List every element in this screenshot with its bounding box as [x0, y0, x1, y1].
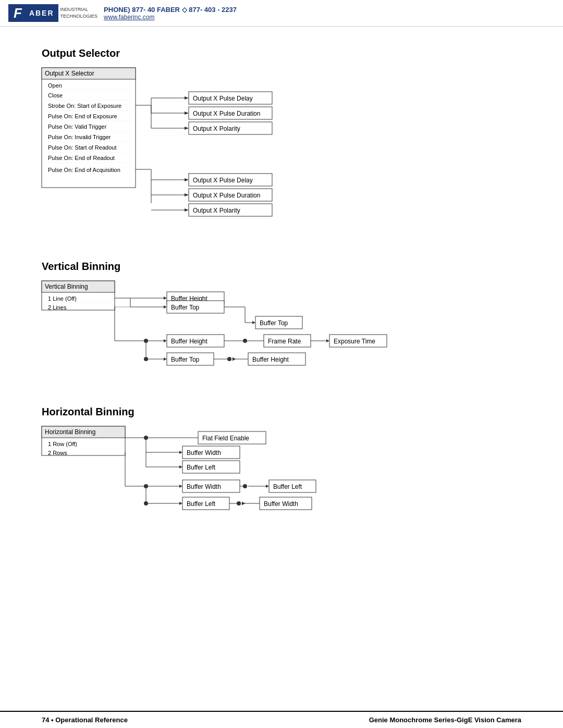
svg-text:Output X Pulse Duration: Output X Pulse Duration: [193, 192, 260, 199]
svg-text:Output X Pulse Delay: Output X Pulse Delay: [193, 95, 253, 102]
svg-point-75: [243, 339, 247, 343]
svg-marker-52: [164, 297, 167, 300]
svg-text:Pulse On: End of Acquisition: Pulse On: End of Acquisition: [48, 167, 120, 173]
page-footer: 74 • Operational Reference Genie Monochr…: [0, 711, 563, 728]
logo-f-icon: F: [9, 5, 26, 21]
logo-aber-text: ABER: [26, 5, 57, 21]
svg-text:Flat Field Enable: Flat Field Enable: [202, 435, 249, 442]
svg-marker-62: [252, 321, 255, 324]
svg-text:Vertical Binning: Vertical Binning: [45, 283, 88, 290]
svg-text:Strobe On: Start of Exposure: Strobe On: Start of Exposure: [48, 103, 121, 109]
main-content: Output Selector Output X Selector Open C…: [0, 27, 563, 567]
svg-marker-121: [179, 485, 182, 488]
header-phone: PHONE) 877- 40 FABER ◇ 877- 403 - 2237: [104, 6, 237, 14]
svg-marker-109: [179, 451, 182, 454]
logo-subtitle: INDUSTRIAL TECHNOLOGIES: [60, 6, 98, 19]
svg-text:Open: Open: [48, 82, 62, 89]
svg-text:Buffer Left: Buffer Left: [273, 483, 302, 490]
svg-text:Output X Pulse Delay: Output X Pulse Delay: [193, 177, 253, 184]
svg-marker-140: [242, 502, 245, 505]
svg-text:1 Line (Off): 1 Line (Off): [48, 295, 77, 302]
svg-marker-93: [232, 357, 236, 361]
svg-text:Pulse On: Invalid Trigger: Pulse On: Invalid Trigger: [48, 134, 111, 140]
svg-text:Buffer Left: Buffer Left: [187, 500, 216, 508]
header-website: www.faberinc.com: [104, 14, 154, 21]
svg-text:2 Rows: 2 Rows: [48, 450, 67, 456]
svg-text:Horizontal Binning: Horizontal Binning: [45, 428, 95, 436]
svg-text:Buffer Width: Buffer Width: [264, 500, 298, 508]
svg-text:Buffer Top: Buffer Top: [171, 356, 200, 363]
header-contact-info: PHONE) 877- 40 FABER ◇ 877- 403 - 2237 w…: [104, 6, 237, 21]
svg-text:Frame Rate: Frame Rate: [268, 338, 301, 345]
svg-marker-113: [179, 465, 182, 468]
svg-text:Output X Pulse Duration: Output X Pulse Duration: [193, 110, 260, 117]
svg-text:Output X Selector: Output X Selector: [45, 70, 94, 77]
svg-marker-56: [164, 305, 167, 309]
svg-text:Exposure Time: Exposure Time: [334, 338, 375, 345]
svg-text:Pulse On: Valid Trigger: Pulse On: Valid Trigger: [48, 124, 107, 130]
output-selector-title: Output Selector: [42, 47, 521, 59]
output-selector-diagram: Output X Selector Open Close Strobe On: …: [42, 68, 521, 245]
horizontal-binning-title: Horizontal Binning: [42, 406, 521, 418]
svg-marker-127: [266, 485, 269, 488]
svg-text:Output X Polarity: Output X Polarity: [193, 207, 240, 214]
svg-marker-133: [179, 502, 182, 505]
svg-text:Pulse On: End of Exposure: Pulse On: End of Exposure: [48, 113, 117, 119]
page-header: F ABER INDUSTRIAL TECHNOLOGIES PHONE) 87…: [0, 0, 563, 27]
svg-text:Buffer Left: Buffer Left: [187, 464, 216, 471]
svg-text:Pulse On: End of Readout: Pulse On: End of Readout: [48, 155, 115, 161]
footer-page-ref: 74 • Operational Reference: [42, 716, 128, 724]
svg-text:Buffer Top: Buffer Top: [260, 319, 288, 327]
svg-text:Output X Polarity: Output X Polarity: [193, 125, 240, 132]
svg-text:Buffer Height: Buffer Height: [171, 338, 207, 345]
output-selector-svg: Output X Selector Open Close Strobe On: …: [42, 68, 511, 240]
svg-text:1 Row (Off): 1 Row (Off): [48, 441, 77, 447]
vertical-binning-diagram: Vertical Binning 1 Line (Off) 2 Lines Bu…: [42, 281, 521, 390]
vertical-binning-title: Vertical Binning: [42, 261, 521, 273]
vertical-binning-svg: Vertical Binning 1 Line (Off) 2 Lines Bu…: [42, 281, 511, 382]
svg-marker-86: [164, 357, 167, 361]
svg-text:Buffer Height: Buffer Height: [252, 356, 289, 363]
horizontal-binning-diagram: Horizontal Binning 1 Row (Off) 2 Rows Fl…: [42, 426, 521, 530]
svg-text:Pulse On: Start of Readout: Pulse On: Start of Readout: [48, 144, 116, 151]
svg-text:Buffer Top: Buffer Top: [171, 304, 200, 311]
svg-text:2 Lines: 2 Lines: [48, 304, 67, 311]
svg-text:Buffer Width: Buffer Width: [187, 483, 221, 490]
horizontal-binning-svg: Horizontal Binning 1 Row (Off) 2 Rows Fl…: [42, 426, 511, 523]
svg-text:Buffer Width: Buffer Width: [187, 449, 221, 456]
svg-marker-70: [164, 339, 167, 342]
svg-marker-80: [326, 339, 329, 342]
footer-product-name: Genie Monochrome Series-GigE Vision Came…: [369, 716, 521, 724]
svg-text:Close: Close: [48, 92, 63, 98]
